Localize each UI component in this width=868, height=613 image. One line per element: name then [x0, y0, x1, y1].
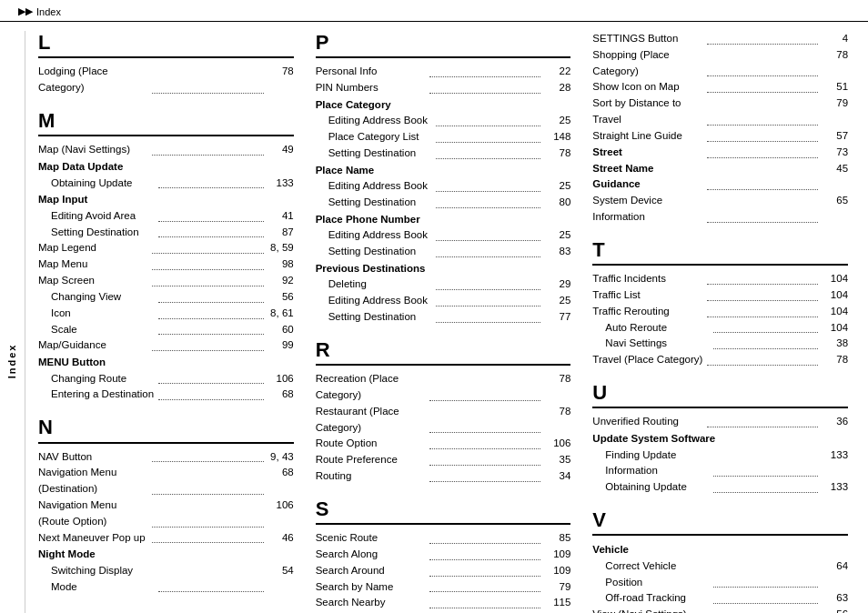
entry-name: Map (Navi Settings): [38, 142, 149, 158]
entry-page: 25: [543, 293, 570, 309]
list-item: SETTINGS Button4: [592, 31, 848, 47]
index-section-title: Vehicle: [592, 541, 848, 558]
section-letter: S: [316, 497, 571, 525]
entry-name: Correct Vehicle Position: [605, 558, 710, 591]
entry-page: 28: [543, 80, 570, 96]
entry-page: 45: [821, 161, 848, 194]
entry-dots: [713, 479, 818, 493]
index-section: UUnverified Routing36Update System Softw…: [592, 381, 848, 496]
entry-name: Setting Destination: [328, 244, 433, 260]
entry-page: 36: [821, 414, 848, 430]
entry-name: Editing Avoid Area: [51, 208, 156, 225]
list-item: Editing Address Book25: [316, 113, 571, 129]
sidebar: Index: [0, 31, 25, 613]
entry-page: 87: [267, 225, 294, 241]
entry-page: 49: [267, 142, 294, 158]
breadcrumb-arrows: ▶▶: [18, 5, 33, 17]
list-item: Next Maneuver Pop up46: [38, 530, 294, 547]
list-item: Route Preference35: [316, 452, 571, 468]
entry-name: Editing Address Book: [328, 293, 433, 309]
list-item: Search Around109: [316, 563, 571, 579]
entry-page: 104: [821, 304, 848, 320]
entry-name: Changing Route: [51, 371, 156, 387]
entry-dots: [158, 387, 263, 400]
entry-name: Navigation Menu (Destination): [38, 465, 149, 497]
section-letter: L: [38, 31, 294, 58]
entry-name: Traffic List: [592, 287, 703, 304]
list-item: Search Nearby115: [316, 595, 571, 611]
entry-page: 78: [267, 64, 294, 96]
entry-page: 148: [543, 129, 570, 146]
entry-dots: [429, 64, 540, 77]
entry-page: 109: [543, 563, 570, 579]
entry-name: Obtaining Update: [51, 176, 156, 192]
entry-name: Setting Destination: [328, 195, 433, 211]
entry-page: 98: [267, 256, 294, 273]
entry-page: 8, 61: [267, 306, 294, 322]
list-item: Deleting29: [316, 276, 571, 293]
entry-page: 92: [267, 273, 294, 289]
list-item: Obtaining Update133: [38, 176, 294, 192]
entry-dots: [707, 95, 818, 126]
entry-dots: [429, 371, 540, 401]
section-letter: R: [316, 338, 571, 366]
entry-dots: [707, 304, 818, 317]
entry-dots: [707, 161, 818, 191]
section-letter: P: [316, 31, 571, 58]
entry-dots: [152, 142, 263, 156]
entry-page: 65: [821, 193, 848, 226]
entry-page: 79: [821, 95, 848, 128]
entry-dots: [158, 225, 263, 238]
entry-page: 46: [267, 530, 294, 547]
list-item: Traffic List104: [592, 287, 848, 304]
index-section-title: MENU Button: [38, 354, 294, 370]
entry-dots: [158, 306, 263, 319]
list-item: Traffic Rerouting104: [592, 304, 848, 320]
entry-dots: [713, 590, 818, 604]
entry-page: 41: [267, 208, 294, 225]
entry-name: Next Maneuver Pop up: [38, 530, 149, 547]
entry-page: 63: [821, 590, 848, 607]
entry-page: 25: [543, 227, 570, 244]
entry-dots: [713, 336, 818, 349]
list-item: Navigation Menu (Route Option)106: [38, 497, 294, 530]
index-section-title: Map Input: [38, 191, 294, 207]
list-item: Changing View56: [38, 289, 294, 306]
entry-page: 38: [821, 336, 848, 352]
entry-page: 4: [821, 31, 848, 47]
entry-page: 133: [267, 176, 294, 192]
entry-page: 104: [821, 320, 848, 337]
list-item: Icon8, 61: [38, 306, 294, 322]
list-item: Routing34: [316, 468, 571, 485]
entry-dots: [707, 145, 818, 158]
entry-name: NAV Button: [38, 449, 149, 466]
index-columns: LLodging (Place Category)78MMap (Navi Se…: [35, 31, 859, 613]
entry-page: 85: [543, 530, 570, 547]
entry-name: Recreation (Place Category): [316, 371, 427, 404]
list-item: Restaurant (Place Category)78: [316, 404, 571, 437]
entry-page: 78: [821, 352, 848, 368]
entry-name: Search Around: [316, 563, 427, 579]
entry-dots: [436, 244, 540, 257]
entry-name: Lodging (Place Category): [38, 64, 149, 96]
list-item: Editing Avoid Area41: [38, 208, 294, 225]
entry-page: 104: [821, 287, 848, 304]
list-item: Travel (Place Category)78: [592, 352, 848, 368]
entry-dots: [429, 436, 540, 449]
section-letter: U: [592, 381, 848, 408]
entry-page: 78: [821, 47, 848, 80]
entry-page: 78: [543, 371, 570, 404]
entry-name: Editing Address Book: [328, 178, 433, 195]
entry-page: 133: [821, 447, 848, 480]
entry-page: 56: [267, 289, 294, 306]
entry-name: Unverified Routing: [592, 414, 703, 430]
entry-name: Entering a Destination: [51, 387, 156, 403]
entry-dots: [713, 320, 818, 334]
entry-page: 29: [543, 276, 570, 293]
entry-page: 68: [267, 465, 294, 497]
list-item: Obtaining Update133: [592, 479, 848, 496]
list-item: Editing Address Book25: [316, 227, 571, 244]
list-item: Correct Vehicle Position64: [592, 558, 848, 591]
entry-page: 54: [267, 563, 294, 596]
entry-dots: [429, 563, 540, 577]
